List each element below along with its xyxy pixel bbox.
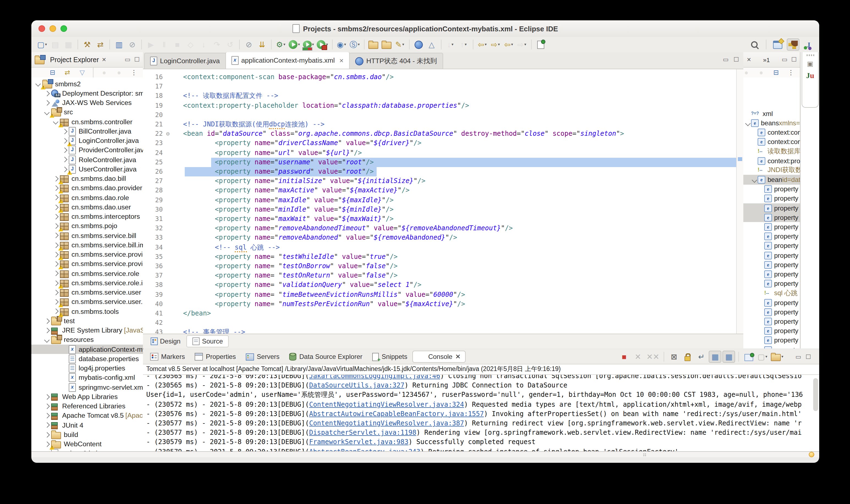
chevron-right-icon[interactable] xyxy=(53,300,58,305)
chevron-right-icon[interactable] xyxy=(53,242,58,248)
faded-b-button[interactable]: ● xyxy=(113,67,125,78)
outline-item-beans[interactable]: beans xmlns=h xyxy=(743,118,800,127)
tree-item-test[interactable]: test xyxy=(31,316,143,326)
faded-a-button[interactable]: ● xyxy=(98,67,110,78)
chevron-right-icon[interactable] xyxy=(44,100,49,105)
collapse-all-button[interactable]: ⊟ xyxy=(46,67,59,78)
tree-item-logincontroller-java[interactable]: LoginController.java xyxy=(31,136,143,146)
chevron-right-icon[interactable] xyxy=(62,129,67,134)
tree-item-web-app-libraries[interactable]: Web App Libraries xyxy=(31,392,143,402)
tree-item-springmvc-servlet-xml[interactable]: springmvc-servlet.xml xyxy=(31,382,143,392)
tree-item-deployment-descriptor-smbms2[interactable]: Deployment Descriptor: smbms2 xyxy=(31,89,143,98)
new-wizard-button[interactable]: ▢▾ xyxy=(36,38,48,51)
chevron-right-icon[interactable] xyxy=(44,432,49,437)
code-line-38[interactable]: 38<property name= "validationQuery" valu… xyxy=(143,281,737,290)
code-line-16[interactable]: 16<context:component-scan base-package="… xyxy=(143,73,737,82)
code-line-26[interactable]: 26<property name="password" value="root"… xyxy=(143,167,737,176)
code-line-28[interactable]: 28<property name="maxActive" value="${ma… xyxy=(143,186,737,195)
console-source-link[interactable]: AbstractAutowireCapableBeanFactory.java:… xyxy=(309,410,484,418)
console-tab-markers[interactable]: Markers xyxy=(146,351,190,362)
chevron-down-icon[interactable] xyxy=(44,338,49,342)
pin-console-button[interactable] xyxy=(742,350,755,363)
code-line-33[interactable]: 33<property name="removeAbandoned" value… xyxy=(143,233,737,242)
code-editor[interactable]: 16<context:component-scan base-package="… xyxy=(143,69,743,334)
chevron-right-icon[interactable] xyxy=(44,394,49,399)
chevron-right-icon[interactable] xyxy=(53,205,58,210)
chevron-right-icon[interactable] xyxy=(44,422,49,428)
console-tab-snippets[interactable]: Snippets xyxy=(368,351,411,362)
editor-tab-http-404[interactable]: HTTP状态 404 - 未找到 xyxy=(349,53,443,69)
web-service-s-button[interactable]: Ⓢ▾ xyxy=(348,38,361,51)
code-line-19[interactable]: 19<context:property-placeholder location… xyxy=(143,101,737,110)
view-menu-button[interactable]: ⋮ xyxy=(127,67,140,78)
tree-item-cn-smbms-tools[interactable]: cn.smbms.tools xyxy=(31,307,143,316)
tree-item-resources[interactable]: resources xyxy=(31,335,143,345)
code-line-43[interactable]: 43<!-- 事务管理 --> xyxy=(143,328,737,334)
tree-item-cn-smbms-service-user[interactable]: cn.smbms.service.user xyxy=(31,288,143,298)
console-scrollbar-thumb[interactable] xyxy=(813,378,818,411)
code-line-17[interactable]: 17 xyxy=(143,82,737,91)
collapse-all-button[interactable]: ⊟ xyxy=(770,67,782,78)
outline-item-context-com[interactable]: context:com xyxy=(743,137,800,146)
chevron-down-icon[interactable] xyxy=(44,110,49,115)
chevron-right-icon[interactable] xyxy=(53,214,58,219)
outline-item-property[interactable]: property xyxy=(743,345,800,348)
disconnect-button[interactable]: ◇ xyxy=(184,38,197,51)
jaxws-tools-button[interactable]: △ xyxy=(425,38,438,51)
resume-button[interactable]: ▶ xyxy=(145,38,157,51)
view-menu-button[interactable]: ⋮ xyxy=(784,67,797,78)
tree-item-jax-ws-web-services[interactable]: JAX-WS Web Services xyxy=(31,98,143,108)
maximize-console-button[interactable]: ☐ xyxy=(805,353,811,360)
code-line-36[interactable]: 36<property name= "testOnBorrow" value="… xyxy=(143,262,737,271)
close-outline-icon[interactable]: ✕ xyxy=(747,57,751,62)
step-filters-button[interactable]: ⇊ xyxy=(256,38,268,51)
outline-item-property[interactable]: property xyxy=(743,232,800,241)
view-stack-badge[interactable]: »1 xyxy=(763,56,770,63)
new-server-button[interactable]: ▥ xyxy=(113,38,125,51)
chevron-right-icon[interactable] xyxy=(44,328,49,333)
drag-handle-icon[interactable] xyxy=(806,54,814,56)
remove-launch-button[interactable]: ✕ xyxy=(632,350,644,363)
tree-item-billcontroller-java[interactable]: BillController.java xyxy=(31,127,143,136)
chevron-right-icon[interactable] xyxy=(62,148,67,153)
outline-item-property[interactable]: property xyxy=(743,203,800,213)
console-tab-properties[interactable]: Properties xyxy=(191,351,240,362)
chevron-down-icon[interactable] xyxy=(752,177,757,182)
faded-a-button[interactable]: ● xyxy=(743,67,753,78)
code-line-23[interactable]: 23<property name="driverClassName" value… xyxy=(143,139,737,148)
perspective-java-ee-button[interactable] xyxy=(787,38,799,51)
open-perspective-button[interactable] xyxy=(772,38,784,51)
code-line-30[interactable]: 30<property name="minIdle" value="${minI… xyxy=(143,205,737,214)
tree-item-cn-smbms-dao-user[interactable]: cn.smbms.dao.user xyxy=(31,202,143,212)
code-line-37[interactable]: 37<property name= "testOnReturn" value="… xyxy=(143,271,737,280)
generate-button[interactable]: ⇄ xyxy=(94,38,107,51)
tab-source[interactable]: Source xyxy=(187,336,228,347)
tree-item-cn-smbms-service-provider-impl[interactable]: cn.smbms.service.provider.impl xyxy=(31,259,143,269)
export-button[interactable]: ↑▾ xyxy=(457,38,470,51)
code-line-32[interactable]: 32<property name="removeAbandonedTimeout… xyxy=(143,224,737,233)
outline-item-property[interactable]: property xyxy=(743,260,800,269)
run-external-button[interactable]: ▾ xyxy=(316,38,329,51)
tree-item-src[interactable]: src xyxy=(31,108,143,118)
next-annotation-button[interactable]: ⇨▾ xyxy=(489,38,502,51)
tree-item-cn-smbms-service-bill[interactable]: cn.smbms.service.bill xyxy=(31,231,143,240)
outline-item-sql[interactable]: sql 心跳 xyxy=(743,289,800,298)
console-source-link[interactable]: DataSourceUtils.java:327 xyxy=(309,381,404,389)
chevron-right-icon[interactable] xyxy=(53,262,58,267)
filter-button[interactable]: ▽ xyxy=(76,67,89,78)
run-button[interactable]: ▾ xyxy=(287,38,301,51)
chevron-right-icon[interactable] xyxy=(53,176,58,181)
chevron-down-icon[interactable] xyxy=(53,119,58,124)
code-line-40[interactable]: 40<property name= "numTestsPerEvictionRu… xyxy=(143,300,737,309)
chevron-right-icon[interactable] xyxy=(44,404,49,409)
new-web-service-button[interactable]: ◉▾ xyxy=(335,38,348,51)
statusbar-drag-handle[interactable] xyxy=(643,453,644,454)
scroll-lock-button[interactable] xyxy=(681,350,694,363)
outline-item-property[interactable]: property xyxy=(743,298,800,307)
outline-item-property[interactable]: property xyxy=(743,222,800,232)
chevron-right-icon[interactable] xyxy=(53,224,58,229)
link-with-editor-button[interactable]: ⇄ xyxy=(61,67,74,78)
tree-item-referenced-libraries[interactable]: Referenced Libraries xyxy=(31,401,143,411)
tab-close-icon[interactable]: ✕ xyxy=(455,353,461,361)
show-on-stderr-button[interactable]: ▦ xyxy=(723,350,735,363)
